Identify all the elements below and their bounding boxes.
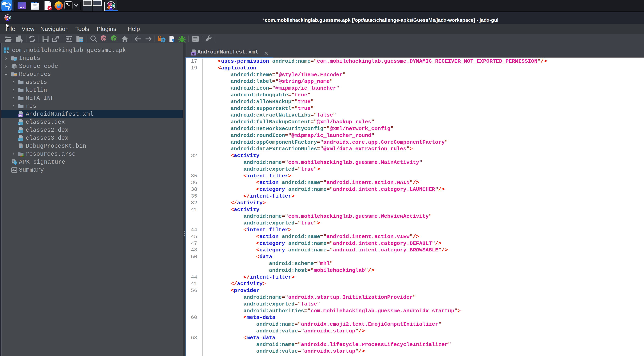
svg-text:$_: $_ bbox=[66, 3, 70, 6]
svg-text:J: J bbox=[19, 122, 20, 125]
svg-text:MF: MF bbox=[19, 114, 22, 117]
svg-text:?: ? bbox=[20, 146, 22, 149]
svg-text:J: J bbox=[19, 138, 20, 141]
svg-text:MF: MF bbox=[192, 53, 195, 55]
svg-text:J: J bbox=[19, 130, 20, 133]
